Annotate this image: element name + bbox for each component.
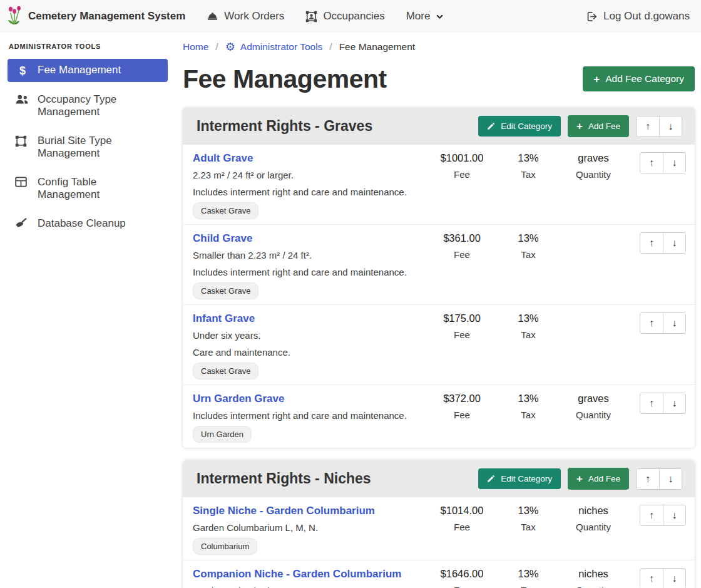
- move-fee-up-button[interactable]: ↑: [640, 569, 663, 588]
- category-actions: Edit Category + Add Fee ↑ ↓: [478, 115, 682, 137]
- fee-description: Under six years.: [193, 330, 428, 341]
- fee-description: Garden Columbarium L, M, N.: [193, 522, 428, 534]
- fee-info: Child Grave Smaller than 2.23 m² / 24 ft…: [193, 232, 428, 299]
- fee-type-badge: Casket Grave: [193, 202, 258, 219]
- move-fee-down-button[interactable]: ↓: [663, 313, 685, 333]
- edit-category-button[interactable]: Edit Category: [478, 468, 561, 489]
- fee-tax-col: 13% Tax: [496, 568, 561, 588]
- sidebar-item-label: Fee Management: [38, 64, 121, 76]
- move-category-down-button[interactable]: ↓: [659, 116, 682, 137]
- fee-row: Companion Niche - Garden Columbarium Gar…: [183, 560, 695, 588]
- app-brand[interactable]: Cemetery Management System: [6, 6, 185, 26]
- fee-name-link[interactable]: Single Niche - Garden Columbarium: [193, 505, 375, 517]
- sidebar-item-occupancy-type[interactable]: Occupancy Type Management: [8, 88, 168, 123]
- sidebar-item-label: Config Table Management: [38, 176, 161, 201]
- fee-row: Single Niche - Garden Columbarium Garden…: [183, 497, 695, 560]
- sidebar-item-database-cleanup[interactable]: Database Cleanup: [8, 212, 168, 235]
- move-fee-up-button[interactable]: ↑: [640, 153, 663, 173]
- fee-reorder-group: ↑ ↓: [626, 152, 686, 173]
- move-fee-down-button[interactable]: ↓: [663, 233, 685, 253]
- add-fee-button[interactable]: + Add Fee: [568, 115, 629, 137]
- table-icon: [15, 177, 30, 187]
- move-fee-up-button[interactable]: ↑: [640, 313, 663, 333]
- hard-hat-icon: [207, 11, 218, 23]
- dollar-icon: $: [15, 64, 30, 77]
- fee-amount-col: $175.00 Fee: [428, 312, 496, 340]
- fee-tax-col: 13% Tax: [496, 312, 561, 340]
- breadcrumb-separator: /: [329, 41, 332, 53]
- gear-icon: ⚙: [225, 41, 235, 53]
- category-reorder-group: ↑ ↓: [636, 116, 682, 137]
- sidebar-item-burial-site-type[interactable]: Burial Site Type Management: [8, 130, 168, 165]
- page-header: Fee Management + Add Fee Category: [183, 63, 695, 95]
- fee-description: Includes interment right and care and ma…: [193, 410, 428, 421]
- plus-icon: +: [576, 121, 583, 132]
- move-category-up-button[interactable]: ↑: [637, 116, 659, 137]
- fee-reorder-group: ↑ ↓: [626, 393, 686, 414]
- fee-row: Urn Garden Grave Includes interment righ…: [183, 385, 695, 448]
- fee-amount-col: $1014.00 Fee: [428, 505, 496, 532]
- fee-name-link[interactable]: Companion Niche - Garden Columbarium: [193, 568, 401, 580]
- fee-description: Care and maintenance.: [193, 347, 428, 358]
- crop-frame-icon: [15, 135, 30, 147]
- nav-label-occupancies: Occupancies: [323, 10, 384, 23]
- fee-tax-col: 13% Tax: [496, 152, 561, 180]
- category-header: Interment Rights - Graves Edit Category …: [183, 108, 695, 145]
- sidebar-item-fee-management[interactable]: $ Fee Management: [8, 59, 168, 82]
- sidebar-item-label: Occupancy Type Management: [38, 93, 161, 118]
- fee-name-link[interactable]: Urn Garden Grave: [193, 393, 284, 405]
- fee-reorder-group: ↑ ↓: [626, 232, 686, 254]
- top-navbar: Cemetery Management System Work Orders: [0, 0, 701, 33]
- fee-type-badge: Casket Grave: [193, 363, 258, 379]
- fee-name-link[interactable]: Adult Grave: [193, 152, 253, 164]
- plus-icon: +: [593, 74, 600, 85]
- category-title: Interment Rights - Graves: [197, 118, 478, 135]
- move-category-up-button[interactable]: ↑: [637, 469, 659, 489]
- move-category-down-button[interactable]: ↓: [659, 469, 682, 489]
- move-fee-down-button[interactable]: ↓: [663, 393, 685, 413]
- fee-info: Adult Grave 2.23 m² / 24 ft² or larger. …: [193, 152, 428, 219]
- fee-type-badge: Columbarium: [193, 538, 257, 555]
- pencil-icon: [487, 122, 495, 130]
- nav-item-work-orders[interactable]: Work Orders: [207, 10, 284, 23]
- sidebar-item-label: Burial Site Type Management: [38, 135, 161, 160]
- fee-amount-col: $1646.00 Fee: [428, 568, 496, 588]
- fee-row: Adult Grave 2.23 m² / 24 ft² or larger. …: [183, 145, 695, 225]
- move-fee-down-button[interactable]: ↓: [663, 505, 685, 525]
- nav-item-occupancies[interactable]: Occupancies: [305, 10, 384, 23]
- add-fee-category-button[interactable]: + Add Fee Category: [583, 66, 695, 91]
- breadcrumb-home-link[interactable]: Home: [183, 41, 208, 53]
- fee-name-link[interactable]: Infant Grave: [193, 312, 255, 324]
- fee-description: 2.23 m² / 24 ft² or larger.: [193, 170, 428, 181]
- nav-links: Work Orders Occupancies More: [207, 10, 444, 23]
- sidebar-item-config-table[interactable]: Config Table Management: [8, 171, 168, 206]
- add-fee-button[interactable]: + Add Fee: [568, 468, 629, 490]
- breadcrumb-admin-tools-link[interactable]: ⚙ Administrator Tools: [225, 41, 323, 53]
- move-fee-up-button[interactable]: ↑: [640, 233, 663, 253]
- fee-type-badge: Urn Garden: [193, 426, 252, 443]
- nav-item-more[interactable]: More: [406, 10, 444, 23]
- move-fee-down-button[interactable]: ↓: [663, 569, 685, 588]
- sidebar-heading: ADMINISTRATOR TOOLS: [0, 43, 175, 50]
- fee-info: Urn Garden Grave Includes interment righ…: [193, 393, 428, 443]
- fee-reorder-group: ↑ ↓: [626, 312, 686, 334]
- fee-info: Companion Niche - Garden Columbarium Gar…: [193, 568, 428, 588]
- move-fee-up-button[interactable]: ↑: [640, 505, 663, 525]
- fee-tax-col: 13% Tax: [496, 393, 561, 420]
- fee-amount-col: $372.00 Fee: [428, 393, 496, 420]
- fee-row: Child Grave Smaller than 2.23 m² / 24 ft…: [183, 225, 695, 305]
- fee-name-link[interactable]: Child Grave: [193, 232, 252, 244]
- nav-right: Log Out d.gowans: [586, 10, 690, 23]
- breadcrumb-separator: /: [215, 41, 218, 53]
- logout-link[interactable]: Log Out d.gowans: [586, 10, 690, 23]
- move-fee-down-button[interactable]: ↓: [663, 153, 685, 173]
- breadcrumb: Home / ⚙ Administrator Tools / Fee Manag…: [183, 41, 695, 53]
- nav-label-more: More: [406, 10, 431, 23]
- edit-category-button[interactable]: Edit Category: [478, 116, 561, 137]
- plus-icon: +: [576, 473, 583, 484]
- fee-tax-col: 13% Tax: [496, 232, 561, 260]
- fee-info: Single Niche - Garden Columbarium Garden…: [193, 505, 428, 555]
- move-fee-up-button[interactable]: ↑: [640, 393, 663, 413]
- fee-quantity-col: niches Quantity: [561, 505, 626, 532]
- pencil-icon: [487, 475, 495, 483]
